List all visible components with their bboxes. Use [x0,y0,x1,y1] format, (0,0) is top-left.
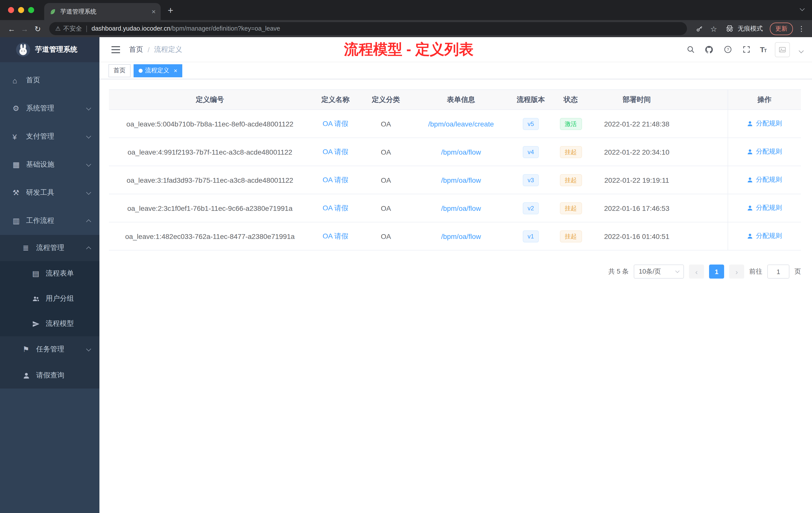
sidebar-item-user-group[interactable]: 用户分组 [0,286,99,311]
assign-rule-button[interactable]: 分配规则 [747,232,782,241]
page-size-select[interactable]: 10条/页 [634,265,684,279]
favicon-leaf-icon [49,8,56,15]
window-zoom-button[interactable] [28,7,34,13]
yen-icon: ¥ [12,132,26,141]
column-version: 流程版本 [510,90,551,110]
table-row: oa_leave:1:482ec033-762a-11ec-8477-a2380… [109,222,801,250]
sidebar-item-process-management[interactable]: ≣ 流程管理 [0,235,99,261]
window-controls [4,7,38,13]
forward-button[interactable]: → [18,25,31,32]
top-navbar: 首页 / 流程定义 流程模型 - 定义列表 ? [99,37,812,62]
form-link[interactable]: /bpm/oa/flow [441,204,481,212]
chrome-update-button[interactable]: 更新 [770,22,793,35]
definition-name-link[interactable]: OA 请假 [323,147,348,155]
avatar-dropdown-icon[interactable] [799,48,804,53]
person-icon [747,233,754,239]
url-path: /bpm/manager/definition?key=oa_leave [171,25,280,32]
window-minimize-button[interactable] [18,7,24,13]
table-row: oa_leave:5:004b710b-7b8a-11ec-8ef0-acde4… [109,110,801,138]
fullscreen-icon[interactable] [742,44,752,55]
next-page-button[interactable]: › [729,265,744,279]
font-size-icon[interactable]: TT [760,45,766,54]
version-badge[interactable]: v4 [522,146,539,158]
sidebar-toggle-icon[interactable] [112,46,120,53]
definition-name-link[interactable]: OA 请假 [323,204,348,212]
avatar[interactable] [775,42,790,57]
cell-time: 2022-01-16 01:40:51 [590,222,684,250]
version-badge[interactable]: v3 [522,174,539,186]
status-badge: 挂起 [560,230,582,242]
search-icon[interactable] [686,44,696,55]
help-icon[interactable]: ? [723,44,733,55]
breadcrumb-home[interactable]: 首页 [129,45,143,54]
back-button[interactable]: ← [5,25,18,32]
version-badge[interactable]: v5 [522,118,539,130]
definition-name-link[interactable]: OA 请假 [323,232,348,240]
sidebar-item-infrastructure[interactable]: ▦ 基础设施 [0,151,99,179]
security-label[interactable]: 不安全 [63,24,82,33]
form-icon: ▤ [32,269,46,278]
reload-button[interactable]: ↻ [31,25,44,32]
tools-icon: ⚒ [12,188,26,197]
cell-id: oa_leave:4:991f2193-7b7f-11ec-a3c8-acde4… [109,138,311,166]
sidebar-item-payment[interactable]: ¥ 支付管理 [0,122,99,151]
form-link[interactable]: /bpm/oa/flow [441,232,481,240]
breadcrumb-separator: / [148,46,150,54]
prev-page-button[interactable]: ‹ [689,265,704,279]
users-icon [32,295,46,302]
form-link[interactable]: /bpm/oa/flow [441,176,481,184]
cell-time: 2022-01-16 17:46:53 [590,194,684,222]
browser-tab[interactable]: 芋道管理系统 × [44,3,161,20]
sidebar-item-home[interactable]: ⌂ 首页 [0,66,99,94]
sidebar-item-devtools[interactable]: ⚒ 研发工具 [0,179,99,207]
status-badge: 挂起 [560,146,582,158]
assign-rule-button[interactable]: 分配规则 [747,204,782,213]
bookmark-star-icon[interactable]: ☆ [710,25,717,32]
definition-name-link[interactable]: OA 请假 [323,175,348,183]
sidebar-item-process-model[interactable]: 流程模型 [0,311,99,336]
page-unit-label: 页 [794,267,801,276]
browser-menu-icon[interactable]: ⋮ [798,25,805,33]
sidebar: 芋道管理系统 ⌂ 首页 ⚙ 系统管理 ¥ 支付管理 ▦ [0,37,99,513]
version-badge[interactable]: v1 [522,230,539,242]
tag-home[interactable]: 首页 [109,64,130,77]
form-link[interactable]: /bpm/oa/leave/create [428,120,494,128]
new-tab-button[interactable]: + [168,5,173,15]
github-icon[interactable] [704,44,714,55]
column-time: 部署时间 [590,90,684,110]
version-badge[interactable]: v2 [522,202,539,214]
cell-category: OA [360,110,412,138]
status-badge: 激活 [560,118,582,130]
form-link[interactable]: /bpm/oa/flow [441,148,481,156]
column-id: 定义编号 [109,90,311,110]
person-icon [747,149,754,155]
current-page-button[interactable]: 1 [709,265,724,279]
window-close-button[interactable] [8,7,14,13]
send-icon [32,320,46,328]
sidebar-logo-row[interactable]: 芋道管理系统 [0,37,99,62]
assign-rule-button[interactable]: 分配规则 [747,147,782,156]
tab-search-chevron-icon[interactable] [800,6,805,11]
page-content: 定义编号 定义名称 定义分类 表单信息 流程版本 状态 部署时间 操作 [99,79,812,513]
cell-spacer [684,166,728,194]
sidebar-item-process-form[interactable]: ▤ 流程表单 [0,261,99,286]
tab-close-icon[interactable]: × [152,8,156,15]
cell-category: OA [360,138,412,166]
active-tag-dot [139,68,143,72]
sidebar-item-system[interactable]: ⚙ 系统管理 [0,94,99,122]
chevron-down-icon [86,161,91,167]
tags-view: 首页 流程定义 × [99,62,812,79]
sidebar-item-task-management[interactable]: ⚑ 任务管理 [0,336,99,362]
svg-text:?: ? [727,48,729,52]
assign-rule-button[interactable]: 分配规则 [747,119,782,128]
sidebar-item-workflow[interactable]: ▥ 工作流程 [0,207,99,235]
tag-close-icon[interactable]: × [174,67,177,73]
incognito-badge: 无痕模式 [725,24,763,34]
tag-process-definition[interactable]: 流程定义 × [134,64,182,77]
goto-page-input[interactable] [767,265,789,279]
definition-name-link[interactable]: OA 请假 [323,119,348,127]
address-bar[interactable]: ⚠ 不安全 dashboard.yudao.iocoder.cn/bpm/man… [49,22,687,35]
assign-rule-button[interactable]: 分配规则 [747,175,782,184]
sidebar-item-leave-query[interactable]: 请假查询 [0,362,99,389]
password-key-icon[interactable] [695,25,703,33]
